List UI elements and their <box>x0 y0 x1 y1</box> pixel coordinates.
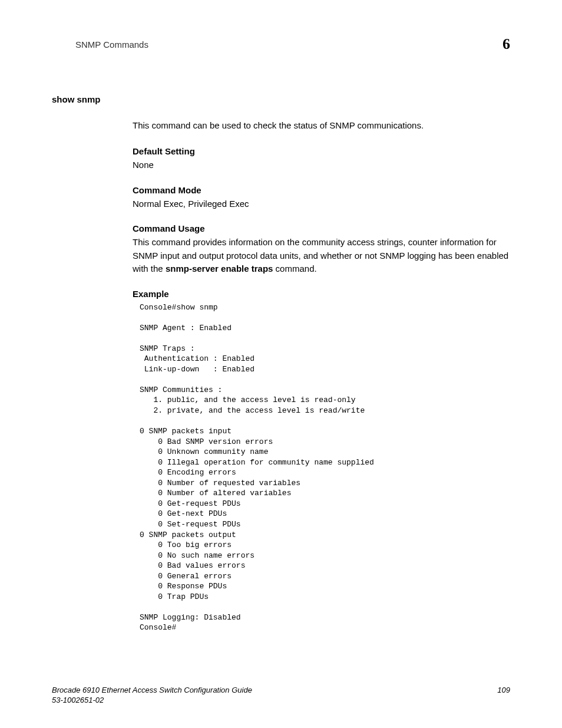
page-header: SNMP Commands 6 <box>0 0 562 59</box>
example-code: Console#show snmp SNMP Agent : Enabled S… <box>140 302 510 634</box>
command-usage-bold: snmp-server enable traps <box>166 263 273 274</box>
command-mode-section: Command Mode Normal Exec, Privileged Exe… <box>133 185 510 211</box>
default-setting-title: Default Setting <box>133 146 510 156</box>
section-heading: show snmp <box>0 94 562 104</box>
command-usage-title: Command Usage <box>133 223 510 233</box>
footer-left: Brocade 6910 Ethernet Access Switch Conf… <box>52 686 252 706</box>
command-usage-section: Command Usage This command provides info… <box>133 223 510 276</box>
command-usage-text: This command provides information on the… <box>133 236 510 276</box>
footer-guide-title: Brocade 6910 Ethernet Access Switch Conf… <box>52 686 252 696</box>
content-area: This command can be used to check the st… <box>0 119 562 633</box>
footer-page-number: 109 <box>497 686 510 694</box>
command-usage-text-after: command. <box>273 263 316 274</box>
header-title: SNMP Commands <box>75 39 148 50</box>
footer-part-number: 53-1002651-02 <box>52 696 252 706</box>
example-title: Example <box>133 289 510 299</box>
example-section: Example Console#show snmp SNMP Agent : E… <box>133 289 510 634</box>
page-footer: Brocade 6910 Ethernet Access Switch Conf… <box>52 686 510 706</box>
default-setting-text: None <box>133 159 510 172</box>
chapter-number: 6 <box>503 35 510 53</box>
section-description: This command can be used to check the st… <box>133 119 510 131</box>
default-setting-section: Default Setting None <box>133 146 510 172</box>
command-mode-title: Command Mode <box>133 185 510 195</box>
command-mode-text: Normal Exec, Privileged Exec <box>133 197 510 211</box>
